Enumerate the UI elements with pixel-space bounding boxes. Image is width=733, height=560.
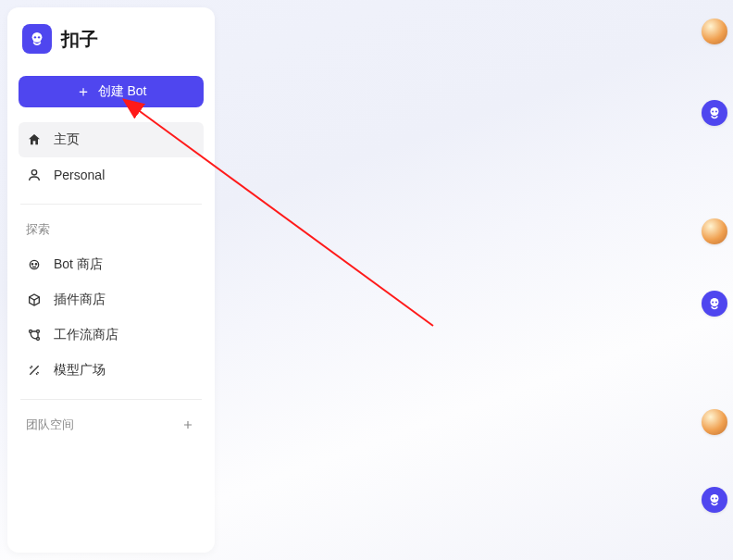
sidebar-item-bot-store[interactable]: Bot 商店 xyxy=(19,247,204,282)
svg-point-16 xyxy=(711,494,719,503)
team-space-label: 团队空间 xyxy=(26,417,74,433)
coze-avatar-icon[interactable] xyxy=(702,487,727,513)
home-icon xyxy=(26,131,43,148)
svg-point-13 xyxy=(711,298,719,306)
svg-point-12 xyxy=(715,111,717,113)
sidebar-item-home[interactable]: 主页 xyxy=(19,122,204,157)
sparkle-icon xyxy=(26,362,43,379)
svg-point-4 xyxy=(30,260,38,268)
nav-primary: 主页 Personal xyxy=(19,122,204,193)
sidebar-item-plugin-store[interactable]: 插件商店 xyxy=(19,282,204,317)
svg-point-5 xyxy=(31,264,32,265)
svg-point-7 xyxy=(30,330,32,333)
create-bot-label: 创建 Bot xyxy=(98,83,147,100)
divider xyxy=(20,399,202,400)
brand-name: 扣子 xyxy=(61,27,98,52)
user-icon xyxy=(26,167,43,183)
bot-icon xyxy=(26,256,43,273)
workflow-icon xyxy=(26,327,43,343)
sidebar-item-personal[interactable]: Personal xyxy=(19,157,204,193)
svg-point-1 xyxy=(34,36,36,38)
plus-icon: ＋ xyxy=(76,84,91,99)
svg-point-17 xyxy=(712,498,714,500)
brand: 扣子 xyxy=(19,24,204,70)
sidebar: 扣子 ＋ 创建 Bot 主页 Personal 探索 Bot 商店 xyxy=(7,7,215,553)
svg-point-15 xyxy=(715,302,717,304)
avatar-column xyxy=(702,19,727,513)
create-bot-button[interactable]: ＋ 创建 Bot xyxy=(19,76,204,107)
svg-point-8 xyxy=(37,330,40,333)
svg-point-3 xyxy=(31,170,36,175)
nav-explore: Bot 商店 插件商店 工作流商店 模型广场 xyxy=(19,247,204,388)
brand-logo-icon xyxy=(22,24,52,54)
svg-point-10 xyxy=(711,107,719,116)
sidebar-item-label: 主页 xyxy=(54,131,80,148)
sidebar-item-label: Bot 商店 xyxy=(54,256,103,273)
svg-point-0 xyxy=(32,32,43,43)
sidebar-item-label: 工作流商店 xyxy=(54,327,118,343)
coze-avatar-icon[interactable] xyxy=(702,291,727,317)
avatar[interactable] xyxy=(702,19,727,44)
explore-section-label: 探索 xyxy=(19,216,204,247)
svg-point-6 xyxy=(35,264,36,265)
team-space-row: 团队空间 xyxy=(19,411,204,439)
sidebar-item-label: 插件商店 xyxy=(54,292,106,308)
sidebar-item-label: 模型广场 xyxy=(54,362,106,379)
svg-point-9 xyxy=(37,338,40,341)
avatar[interactable] xyxy=(702,409,727,435)
coze-avatar-icon[interactable] xyxy=(702,100,727,126)
cube-icon xyxy=(26,292,43,308)
svg-point-18 xyxy=(715,498,717,500)
svg-point-2 xyxy=(38,36,40,38)
sidebar-item-model-plaza[interactable]: 模型广场 xyxy=(19,353,204,388)
add-team-button[interactable] xyxy=(180,417,196,433)
svg-point-11 xyxy=(712,111,714,113)
svg-point-14 xyxy=(712,302,714,304)
sidebar-item-workflow-store[interactable]: 工作流商店 xyxy=(19,317,204,353)
divider xyxy=(20,204,202,205)
sidebar-item-label: Personal xyxy=(54,168,105,182)
avatar[interactable] xyxy=(702,218,727,244)
